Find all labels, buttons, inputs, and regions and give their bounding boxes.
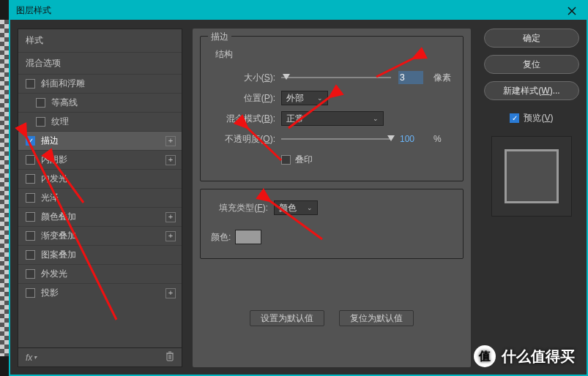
add-effect-button[interactable]: +	[165, 155, 176, 165]
style-item-11[interactable]: 投影+	[18, 283, 182, 302]
style-checkbox[interactable]	[26, 79, 35, 89]
style-item-6[interactable]: 光泽	[18, 188, 182, 207]
size-row: 大小(S): 3 像素	[211, 68, 453, 87]
position-select[interactable]: 外部⌄	[281, 91, 328, 105]
style-item-1[interactable]: 等高线	[18, 93, 182, 112]
position-label: 位置(P):	[211, 92, 281, 105]
trash-icon	[165, 351, 174, 361]
add-effect-button[interactable]: +	[165, 136, 176, 146]
style-label: 投影	[41, 287, 165, 299]
opacity-label: 不透明度(O):	[211, 133, 281, 146]
close-icon	[567, 7, 576, 15]
color-label: 颜色:	[211, 231, 231, 244]
style-label: 描边	[41, 135, 165, 147]
style-checkbox[interactable]	[26, 231, 35, 241]
style-checkbox[interactable]	[26, 212, 35, 222]
style-checkbox[interactable]	[26, 250, 35, 260]
caret-icon: ⌄	[373, 115, 379, 122]
group-legend: 描边	[208, 31, 231, 43]
size-slider[interactable]	[281, 72, 391, 83]
style-label: 内发光	[41, 173, 176, 185]
style-checkbox[interactable]	[26, 174, 35, 184]
right-column: 确定 复位 新建样式(W)... 预览(V)	[484, 29, 579, 367]
style-checkbox[interactable]	[26, 269, 35, 279]
filltype-label: 填充类型(F):	[211, 202, 274, 214]
dialog-content: 样式 混合选项 斜面和浮雕等高线纹理描边+内阴影+内发光光泽颜色叠加+渐变叠加+…	[10, 20, 587, 375]
default-buttons: 设置为默认值 复位为默认值	[200, 310, 464, 326]
cancel-button[interactable]: 复位	[484, 55, 579, 74]
sidebar-header: 样式	[18, 29, 182, 52]
chevron-down-icon: ▾	[34, 354, 37, 361]
ok-button[interactable]: 确定	[484, 29, 579, 48]
settings-panel: 描边 结构 大小(S): 3 像素 位置(P): 外部⌄ 混合模式(B): 正	[193, 29, 474, 367]
style-label: 渐变叠加	[41, 230, 165, 242]
style-list: 斜面和浮雕等高线纹理描边+内阴影+内发光光泽颜色叠加+渐变叠加+图案叠加外发光投…	[18, 74, 182, 347]
fx-menu-button[interactable]: fx▾	[26, 353, 37, 363]
sidebar-blend-options[interactable]: 混合选项	[18, 52, 182, 74]
style-item-0[interactable]: 斜面和浮雕	[18, 74, 182, 93]
reset-default-button[interactable]: 复位为默认值	[339, 310, 414, 326]
caret-icon: ⌄	[317, 94, 323, 102]
new-style-button[interactable]: 新建样式(W)...	[484, 81, 579, 100]
style-checkbox[interactable]	[26, 288, 35, 298]
blend-label: 混合模式(B):	[211, 113, 281, 125]
style-item-10[interactable]: 外发光	[18, 264, 182, 283]
blend-row: 混合模式(B): 正常⌄	[211, 109, 453, 128]
checkbox-icon	[281, 155, 291, 165]
opacity-row: 不透明度(O): 100 %	[211, 129, 453, 148]
fill-group: 填充类型(F): 颜色⌄ 颜色:	[200, 189, 464, 259]
filltype-row: 填充类型(F): 颜色⌄	[211, 198, 453, 217]
style-checkbox[interactable]	[26, 155, 35, 165]
preview-thumb	[505, 149, 559, 203]
set-default-button[interactable]: 设置为默认值	[250, 310, 324, 326]
close-button[interactable]	[557, 1, 587, 20]
color-swatch[interactable]	[235, 230, 261, 244]
style-item-9[interactable]: 图案叠加	[18, 245, 182, 264]
overprint-checkbox[interactable]: 叠印	[281, 154, 313, 166]
position-row: 位置(P): 外部⌄	[211, 89, 453, 108]
style-item-8[interactable]: 渐变叠加+	[18, 226, 182, 245]
stroke-group: 描边 结构 大小(S): 3 像素 位置(P): 外部⌄ 混合模式(B): 正	[200, 36, 464, 181]
style-item-2[interactable]: 纹理	[18, 112, 182, 131]
window-title: 图层样式	[16, 4, 51, 17]
style-checkbox[interactable]	[26, 136, 35, 146]
opacity-slider[interactable]	[281, 134, 391, 144]
opacity-value[interactable]: 100	[398, 132, 423, 146]
style-label: 纹理	[51, 116, 176, 128]
style-label: 外发光	[41, 268, 176, 280]
style-label: 等高线	[51, 97, 176, 109]
preview-box	[491, 136, 572, 217]
style-checkbox[interactable]	[36, 98, 45, 108]
add-effect-button[interactable]: +	[165, 231, 176, 241]
add-effect-button[interactable]: +	[165, 288, 176, 298]
style-item-5[interactable]: 内发光	[18, 169, 182, 188]
size-label: 大小(S):	[211, 72, 281, 84]
style-item-3[interactable]: 描边+	[18, 131, 182, 150]
preview-checkbox[interactable]: 预览(V)	[484, 112, 579, 124]
filltype-select[interactable]: 颜色⌄	[274, 200, 318, 215]
blend-select[interactable]: 正常⌄	[281, 111, 384, 126]
trash-button[interactable]	[165, 351, 174, 364]
style-label: 光泽	[41, 192, 176, 204]
layer-style-dialog: 图层样式 样式 混合选项 斜面和浮雕等高线纹理描边+内阴影+内发光光泽颜色叠加+…	[9, 0, 588, 376]
style-label: 内阴影	[41, 154, 165, 166]
style-label: 图案叠加	[41, 249, 176, 261]
color-row: 颜色:	[211, 228, 453, 247]
svg-rect-2	[167, 353, 173, 361]
caret-icon: ⌄	[307, 204, 313, 211]
style-checkbox[interactable]	[36, 117, 45, 127]
style-checkbox[interactable]	[26, 193, 35, 203]
opacity-unit: %	[433, 134, 442, 144]
add-effect-button[interactable]: +	[165, 212, 176, 222]
style-item-4[interactable]: 内阴影+	[18, 150, 182, 169]
sidebar-footer: fx▾	[18, 347, 182, 366]
background-checker	[0, 20, 9, 356]
overprint-row: 叠印	[211, 150, 453, 169]
style-item-7[interactable]: 颜色叠加+	[18, 207, 182, 226]
style-sidebar: 样式 混合选项 斜面和浮雕等高线纹理描边+内阴影+内发光光泽颜色叠加+渐变叠加+…	[18, 29, 182, 367]
size-value[interactable]: 3	[398, 71, 423, 84]
checkbox-icon	[510, 113, 519, 123]
titlebar: 图层样式	[10, 1, 587, 20]
style-label: 颜色叠加	[41, 211, 165, 223]
size-unit: 像素	[433, 72, 451, 84]
